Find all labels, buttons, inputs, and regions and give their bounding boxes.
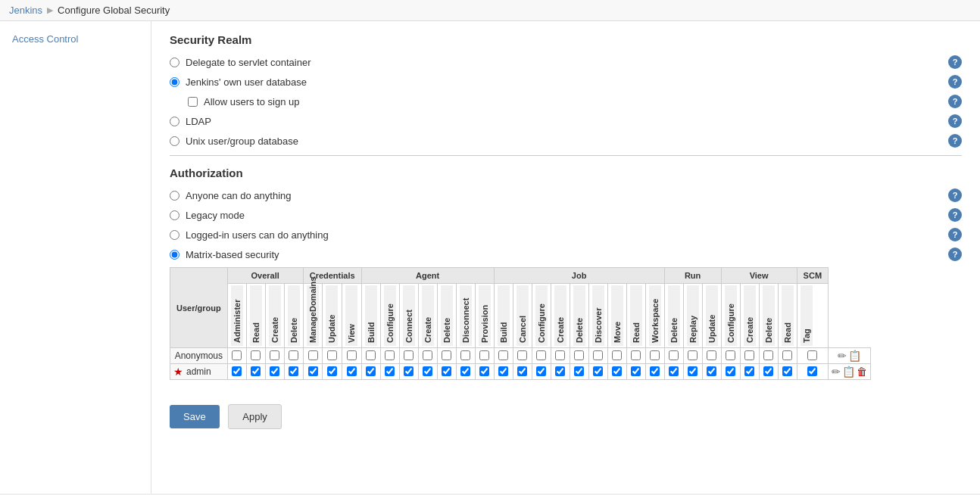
anyone-help-icon[interactable]: ? <box>948 188 962 202</box>
matrix-checkbox[interactable] <box>423 366 432 376</box>
matrix-checkbox[interactable] <box>517 350 527 360</box>
matrix-checkbox[interactable] <box>385 366 395 376</box>
matrix-checkbox[interactable] <box>308 366 318 376</box>
ldap-label[interactable]: LDAP <box>186 116 211 127</box>
security-realm-section: Security Realm Delegate to servlet conta… <box>170 33 962 148</box>
matrix-checkbox[interactable] <box>479 350 489 360</box>
matrix-checkbox[interactable] <box>270 350 279 360</box>
delete-icon[interactable]: 🗑 <box>857 366 867 378</box>
matrix-checkbox[interactable] <box>555 366 565 376</box>
edit-icon[interactable]: ✏ <box>832 366 841 378</box>
matrix-checkbox[interactable] <box>688 350 698 360</box>
matrix-checkbox[interactable] <box>498 366 508 376</box>
jenkins-own-help-icon[interactable]: ? <box>948 75 962 89</box>
matrix-checkbox[interactable] <box>631 350 641 360</box>
matrix-checkbox[interactable] <box>782 366 792 376</box>
matrix-checkbox[interactable] <box>631 366 641 376</box>
apply-button[interactable]: Apply <box>228 404 282 429</box>
save-button[interactable]: Save <box>170 405 220 428</box>
matrix-checkbox[interactable] <box>232 350 242 360</box>
matrix-checkbox[interactable] <box>807 366 817 376</box>
matrix-checkbox[interactable] <box>612 366 622 376</box>
matrix-checkbox[interactable] <box>555 350 565 360</box>
matrix-checkbox[interactable] <box>479 366 489 376</box>
unix-help-icon[interactable]: ? <box>948 134 962 148</box>
matrix-checkbox[interactable] <box>744 350 754 360</box>
matrix-checkbox[interactable] <box>442 366 451 376</box>
matrix-checkbox[interactable] <box>232 366 242 376</box>
matrix-checkbox[interactable] <box>366 366 376 376</box>
matrix-checkbox[interactable] <box>707 366 716 376</box>
matrix-radio[interactable] <box>170 250 179 260</box>
jenkins-own-radio[interactable] <box>170 77 179 87</box>
matrix-checkbox[interactable] <box>669 366 679 376</box>
matrix-checkbox[interactable] <box>593 350 603 360</box>
matrix-checkbox[interactable] <box>423 350 432 360</box>
matrix-checkbox[interactable] <box>460 366 470 376</box>
matrix-checkbox[interactable] <box>782 350 792 360</box>
matrix-checkbox[interactable] <box>574 350 584 360</box>
matrix-checkbox[interactable] <box>650 350 660 360</box>
allow-signup-help-icon[interactable]: ? <box>948 95 962 108</box>
matrix-checkbox[interactable] <box>251 366 261 376</box>
matrix-checkbox[interactable] <box>763 366 773 376</box>
delegate-label[interactable]: Delegate to servlet container <box>186 57 311 68</box>
matrix-checkbox[interactable] <box>347 350 357 360</box>
jenkins-own-label[interactable]: Jenkins' own user database <box>186 76 307 88</box>
ldap-help-icon[interactable]: ? <box>948 114 962 128</box>
matrix-checkbox[interactable] <box>574 366 584 376</box>
anyone-radio[interactable] <box>170 191 179 201</box>
unix-radio[interactable] <box>170 136 179 146</box>
matrix-checkbox[interactable] <box>442 350 451 360</box>
allow-signup-label[interactable]: Allow users to sign up <box>204 96 299 107</box>
matrix-checkbox[interactable] <box>251 350 261 360</box>
matrix-checkbox[interactable] <box>404 350 414 360</box>
legacy-radio[interactable] <box>170 210 179 220</box>
breadcrumb-home[interactable]: Jenkins <box>9 5 42 16</box>
matrix-checkbox[interactable] <box>763 350 773 360</box>
matrix-checkbox[interactable] <box>650 366 660 376</box>
anyone-label[interactable]: Anyone can do anything <box>186 190 292 201</box>
matrix-checkbox[interactable] <box>270 366 279 376</box>
allow-signup-checkbox[interactable] <box>188 97 198 107</box>
matrix-checkbox[interactable] <box>366 350 376 360</box>
matrix-checkbox[interactable] <box>612 350 622 360</box>
matrix-checkbox[interactable] <box>289 366 298 376</box>
matrix-checkbox[interactable] <box>593 366 603 376</box>
delegate-help-icon[interactable]: ? <box>948 55 962 69</box>
matrix-checkbox[interactable] <box>460 350 470 360</box>
legacy-label[interactable]: Legacy mode <box>186 210 245 221</box>
matrix-label[interactable]: Matrix-based security <box>186 249 279 260</box>
matrix-checkbox[interactable] <box>688 366 698 376</box>
matrix-help-icon[interactable]: ? <box>948 248 962 261</box>
matrix-checkbox[interactable] <box>744 366 754 376</box>
matrix-checkbox[interactable] <box>517 366 527 376</box>
matrix-checkbox[interactable] <box>327 366 337 376</box>
matrix-checkbox[interactable] <box>707 350 716 360</box>
matrix-checkbox[interactable] <box>385 350 395 360</box>
delegate-radio[interactable] <box>170 58 179 67</box>
ldap-radio[interactable] <box>170 117 179 126</box>
matrix-checkbox[interactable] <box>726 350 735 360</box>
matrix-checkbox[interactable] <box>404 366 414 376</box>
loggedin-help-icon[interactable]: ? <box>948 228 962 241</box>
col-job-cancel: Cancel <box>513 284 532 348</box>
matrix-checkbox[interactable] <box>347 366 357 376</box>
matrix-checkbox[interactable] <box>726 366 735 376</box>
matrix-checkbox[interactable] <box>669 350 679 360</box>
loggedin-radio[interactable] <box>170 230 179 240</box>
matrix-checkbox[interactable] <box>308 350 318 360</box>
loggedin-label[interactable]: Logged-in users can do anything <box>186 229 329 241</box>
copy-icon[interactable]: 📋 <box>842 366 855 378</box>
matrix-checkbox[interactable] <box>536 350 546 360</box>
matrix-checkbox[interactable] <box>536 366 546 376</box>
sidebar-item-access-control[interactable]: Access Control <box>0 29 151 49</box>
unix-label[interactable]: Unix user/group database <box>186 135 298 147</box>
matrix-checkbox[interactable] <box>327 350 337 360</box>
copy-icon[interactable]: 📋 <box>848 350 861 362</box>
matrix-checkbox[interactable] <box>289 350 298 360</box>
matrix-checkbox[interactable] <box>498 350 508 360</box>
legacy-help-icon[interactable]: ? <box>948 208 962 222</box>
matrix-checkbox[interactable] <box>807 350 817 360</box>
edit-icon[interactable]: ✏ <box>838 350 847 362</box>
